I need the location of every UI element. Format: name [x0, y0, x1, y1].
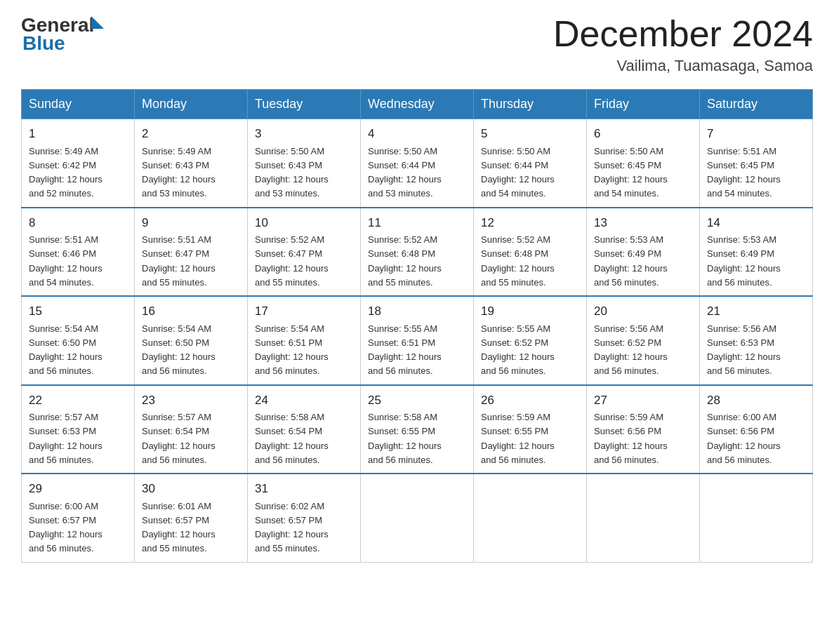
calendar-cell: 20Sunrise: 5:56 AMSunset: 6:52 PMDayligh… [587, 296, 700, 385]
day-info: Sunrise: 5:57 AMSunset: 6:54 PMDaylight:… [142, 412, 216, 465]
calendar-cell [361, 474, 474, 562]
day-info: Sunrise: 5:52 AMSunset: 6:48 PMDaylight:… [368, 234, 442, 288]
weekday-header-sunday: Sunday [22, 90, 135, 119]
weekday-header-row: SundayMondayTuesdayWednesdayThursdayFrid… [22, 90, 813, 119]
day-number: 22 [29, 391, 127, 410]
day-info: Sunrise: 5:53 AMSunset: 6:49 PMDaylight:… [594, 234, 668, 288]
day-info: Sunrise: 5:50 AMSunset: 6:45 PMDaylight:… [594, 146, 668, 199]
calendar-cell: 14Sunrise: 5:53 AMSunset: 6:49 PMDayligh… [700, 208, 813, 297]
logo: General Blue [21, 14, 104, 55]
calendar-cell: 13Sunrise: 5:53 AMSunset: 6:49 PMDayligh… [587, 208, 700, 297]
day-number: 23 [142, 391, 240, 410]
day-number: 29 [29, 480, 127, 498]
day-number: 19 [481, 302, 579, 321]
day-number: 6 [594, 125, 692, 143]
calendar-cell: 25Sunrise: 5:58 AMSunset: 6:55 PMDayligh… [361, 385, 474, 474]
calendar-cell: 17Sunrise: 5:54 AMSunset: 6:51 PMDayligh… [248, 296, 361, 385]
calendar-cell: 30Sunrise: 6:01 AMSunset: 6:57 PMDayligh… [135, 474, 248, 562]
day-number: 25 [368, 391, 466, 410]
day-number: 30 [142, 480, 240, 498]
calendar-cell: 24Sunrise: 5:58 AMSunset: 6:54 PMDayligh… [248, 385, 361, 474]
calendar-cell: 27Sunrise: 5:59 AMSunset: 6:56 PMDayligh… [587, 385, 700, 474]
calendar-cell: 26Sunrise: 5:59 AMSunset: 6:55 PMDayligh… [474, 385, 587, 474]
day-number: 7 [707, 125, 805, 143]
calendar-cell: 12Sunrise: 5:52 AMSunset: 6:48 PMDayligh… [474, 208, 587, 297]
day-number: 28 [707, 391, 805, 410]
day-info: Sunrise: 5:51 AMSunset: 6:45 PMDaylight:… [707, 146, 781, 199]
day-number: 26 [481, 391, 579, 410]
calendar-cell: 31Sunrise: 6:02 AMSunset: 6:57 PMDayligh… [248, 474, 361, 562]
calendar-week-row: 15Sunrise: 5:54 AMSunset: 6:50 PMDayligh… [22, 296, 813, 385]
calendar-cell [700, 474, 813, 562]
day-info: Sunrise: 5:59 AMSunset: 6:55 PMDaylight:… [481, 412, 555, 465]
day-info: Sunrise: 5:58 AMSunset: 6:54 PMDaylight:… [255, 412, 329, 465]
calendar-week-row: 8Sunrise: 5:51 AMSunset: 6:46 PMDaylight… [22, 208, 813, 297]
calendar-cell: 16Sunrise: 5:54 AMSunset: 6:50 PMDayligh… [135, 296, 248, 385]
calendar-cell: 21Sunrise: 5:56 AMSunset: 6:53 PMDayligh… [700, 296, 813, 385]
calendar-cell: 29Sunrise: 6:00 AMSunset: 6:57 PMDayligh… [22, 474, 135, 562]
logo-triangle-icon [91, 16, 104, 29]
day-number: 14 [707, 214, 805, 232]
day-number: 11 [368, 214, 466, 232]
day-info: Sunrise: 5:54 AMSunset: 6:50 PMDaylight:… [29, 323, 102, 377]
calendar-cell: 23Sunrise: 5:57 AMSunset: 6:54 PMDayligh… [135, 385, 248, 474]
day-number: 16 [142, 302, 240, 321]
title-section: December 2024 Vailima, Tuamasaga, Samoa [553, 14, 813, 75]
calendar-cell: 9Sunrise: 5:51 AMSunset: 6:47 PMDaylight… [135, 208, 248, 297]
calendar-cell: 8Sunrise: 5:51 AMSunset: 6:46 PMDaylight… [22, 208, 135, 297]
calendar-cell [474, 474, 587, 562]
day-number: 10 [255, 214, 353, 232]
day-number: 31 [255, 480, 353, 498]
calendar-cell [587, 474, 700, 562]
logo-blue-text: Blue [22, 32, 65, 55]
calendar-week-row: 22Sunrise: 5:57 AMSunset: 6:53 PMDayligh… [22, 385, 813, 474]
day-info: Sunrise: 6:02 AMSunset: 6:57 PMDaylight:… [255, 501, 329, 554]
calendar-cell: 2Sunrise: 5:49 AMSunset: 6:43 PMDaylight… [135, 119, 248, 208]
calendar-cell: 1Sunrise: 5:49 AMSunset: 6:42 PMDaylight… [22, 119, 135, 208]
calendar-week-row: 1Sunrise: 5:49 AMSunset: 6:42 PMDaylight… [22, 119, 813, 208]
day-info: Sunrise: 5:49 AMSunset: 6:42 PMDaylight:… [29, 146, 102, 199]
day-number: 18 [368, 302, 466, 321]
day-info: Sunrise: 5:55 AMSunset: 6:51 PMDaylight:… [368, 323, 442, 377]
calendar-week-row: 29Sunrise: 6:00 AMSunset: 6:57 PMDayligh… [22, 474, 813, 562]
location-title: Vailima, Tuamasaga, Samoa [553, 57, 813, 75]
calendar-cell: 4Sunrise: 5:50 AMSunset: 6:44 PMDaylight… [361, 119, 474, 208]
day-info: Sunrise: 5:51 AMSunset: 6:46 PMDaylight:… [29, 234, 102, 288]
day-info: Sunrise: 5:57 AMSunset: 6:53 PMDaylight:… [29, 412, 102, 465]
day-info: Sunrise: 5:59 AMSunset: 6:56 PMDaylight:… [594, 412, 668, 465]
day-info: Sunrise: 5:54 AMSunset: 6:50 PMDaylight:… [142, 323, 216, 377]
day-info: Sunrise: 5:55 AMSunset: 6:52 PMDaylight:… [481, 323, 555, 377]
calendar-cell: 7Sunrise: 5:51 AMSunset: 6:45 PMDaylight… [700, 119, 813, 208]
day-number: 20 [594, 302, 692, 321]
weekday-header-tuesday: Tuesday [248, 90, 361, 119]
day-info: Sunrise: 6:00 AMSunset: 6:56 PMDaylight:… [707, 412, 781, 465]
calendar-cell: 3Sunrise: 5:50 AMSunset: 6:43 PMDaylight… [248, 119, 361, 208]
day-number: 4 [368, 125, 466, 143]
calendar-cell: 10Sunrise: 5:52 AMSunset: 6:47 PMDayligh… [248, 208, 361, 297]
day-number: 9 [142, 214, 240, 232]
weekday-header-friday: Friday [587, 90, 700, 119]
day-info: Sunrise: 5:54 AMSunset: 6:51 PMDaylight:… [255, 323, 329, 377]
day-info: Sunrise: 5:52 AMSunset: 6:48 PMDaylight:… [481, 234, 555, 288]
page-header: General Blue December 2024 Vailima, Tuam… [21, 14, 813, 75]
day-info: Sunrise: 5:58 AMSunset: 6:55 PMDaylight:… [368, 412, 442, 465]
calendar-cell: 22Sunrise: 5:57 AMSunset: 6:53 PMDayligh… [22, 385, 135, 474]
month-title: December 2024 [553, 14, 813, 54]
calendar-table: SundayMondayTuesdayWednesdayThursdayFrid… [21, 89, 813, 563]
calendar-cell: 11Sunrise: 5:52 AMSunset: 6:48 PMDayligh… [361, 208, 474, 297]
day-number: 15 [29, 302, 127, 321]
day-number: 5 [481, 125, 579, 143]
day-info: Sunrise: 5:49 AMSunset: 6:43 PMDaylight:… [142, 146, 216, 199]
day-number: 27 [594, 391, 692, 410]
day-number: 12 [481, 214, 579, 232]
day-info: Sunrise: 5:51 AMSunset: 6:47 PMDaylight:… [142, 234, 216, 288]
weekday-header-saturday: Saturday [700, 90, 813, 119]
day-number: 1 [29, 125, 127, 143]
day-info: Sunrise: 6:00 AMSunset: 6:57 PMDaylight:… [29, 501, 102, 554]
day-info: Sunrise: 5:53 AMSunset: 6:49 PMDaylight:… [707, 234, 781, 288]
day-number: 8 [29, 214, 127, 232]
day-number: 3 [255, 125, 353, 143]
day-info: Sunrise: 5:52 AMSunset: 6:47 PMDaylight:… [255, 234, 329, 288]
day-number: 2 [142, 125, 240, 143]
calendar-cell: 6Sunrise: 5:50 AMSunset: 6:45 PMDaylight… [587, 119, 700, 208]
